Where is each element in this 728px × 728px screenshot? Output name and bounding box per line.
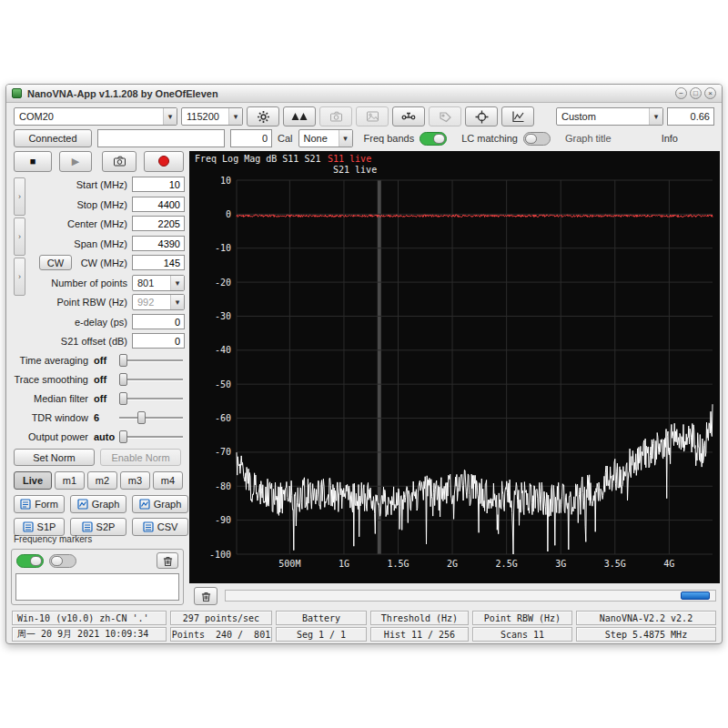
- svg-text:-60: -60: [215, 413, 231, 423]
- form-view-button[interactable]: Form: [14, 495, 65, 513]
- s21-offset-input[interactable]: [132, 333, 185, 349]
- tab-m2[interactable]: m2: [87, 471, 117, 490]
- s21-legend: S21 live: [333, 165, 377, 175]
- time-averaging-slider[interactable]: [119, 354, 183, 367]
- preset-combo[interactable]: Custom ▾: [556, 107, 663, 126]
- start-mhz-input[interactable]: [132, 177, 185, 192]
- cw-mhz-input[interactable]: [132, 255, 185, 270]
- span-mhz-input[interactable]: [132, 236, 185, 251]
- title-bar[interactable]: NanoVNA-App v1.1.208 by OneOfEleven − □ …: [6, 85, 722, 103]
- output-power-slider[interactable]: [119, 430, 183, 443]
- settings-button[interactable]: [247, 106, 279, 126]
- tdr-window-slider[interactable]: [119, 411, 183, 424]
- svg-text:1.5G: 1.5G: [387, 559, 409, 569]
- set-norm-button[interactable]: Set Norm: [14, 449, 95, 466]
- cw-button[interactable]: CW: [39, 255, 72, 270]
- marker-tool-button[interactable]: [429, 106, 461, 126]
- markers-track-toggle[interactable]: [49, 554, 76, 568]
- s11-legend: S11 live: [328, 154, 371, 164]
- lc-matching-toggle[interactable]: [523, 132, 551, 146]
- minimize-button[interactable]: −: [675, 87, 687, 99]
- status-threshold: Threshold (Hz): [370, 611, 469, 625]
- toggle-knob: [433, 134, 445, 144]
- tab-m4[interactable]: m4: [153, 471, 183, 490]
- run-button[interactable]: ▶: [59, 151, 92, 172]
- point-rbw-combo[interactable]: 992 ▾: [132, 294, 185, 310]
- chevron-down-icon: ▾: [170, 276, 184, 290]
- com-port-combo[interactable]: COM20 ▾: [14, 107, 177, 126]
- points-label: Number of points: [51, 278, 127, 288]
- svg-text:4G: 4G: [663, 559, 674, 569]
- screenshot-toolbar-button[interactable]: [319, 106, 352, 126]
- freq-bands-toggle[interactable]: [420, 132, 447, 146]
- slider-thumb[interactable]: [119, 373, 127, 386]
- crosshair-icon: [475, 110, 489, 124]
- screenshot-button[interactable]: [102, 151, 136, 172]
- status-bar: Win-10 (v10.0) zh-CN '.' 297 points/sec …: [12, 611, 716, 642]
- median-filter-slider[interactable]: [119, 392, 183, 405]
- chevron-down-icon: ▾: [163, 108, 177, 125]
- graph-icon: [139, 499, 150, 510]
- svg-text:-70: -70: [215, 447, 231, 457]
- save-s1p-button[interactable]: S1P: [14, 518, 65, 536]
- svg-text:1G: 1G: [339, 559, 349, 569]
- stop-mhz-input[interactable]: [132, 197, 185, 212]
- info-label: Info: [662, 133, 678, 144]
- cal-combo[interactable]: None ▾: [298, 129, 353, 147]
- window-title: NanoVNA-App v1.1.208 by OneOfEleven: [27, 88, 218, 99]
- output-power-label: Output power: [10, 431, 88, 442]
- cw-mhz-label: CW (MHz): [81, 258, 127, 268]
- freq-bands-label: Freq bands: [364, 133, 415, 144]
- save-csv-button[interactable]: CSV: [132, 518, 188, 536]
- baud-rate-combo[interactable]: 115200 ▾: [181, 107, 243, 126]
- markers-list[interactable]: [15, 573, 179, 601]
- clear-graph-button[interactable]: [194, 587, 217, 605]
- cal-offset-input[interactable]: [230, 129, 272, 147]
- svg-text:3.5G: 3.5G: [604, 559, 626, 569]
- address-input[interactable]: [97, 129, 225, 147]
- chevron-down-icon: ▾: [649, 108, 662, 125]
- tab-m1[interactable]: m1: [55, 471, 85, 490]
- matching-tool-button[interactable]: [392, 106, 425, 126]
- stop-button[interactable]: ■: [14, 151, 52, 172]
- record-button[interactable]: [144, 151, 184, 172]
- save-s2p-button[interactable]: S2P: [70, 518, 126, 536]
- slider-thumb[interactable]: [119, 354, 127, 367]
- maximize-button[interactable]: □: [690, 87, 702, 99]
- chart-scrollbar[interactable]: [225, 590, 716, 602]
- graph-view-button[interactable]: Graph: [70, 495, 126, 513]
- markers-delete-button[interactable]: [157, 552, 178, 569]
- enable-norm-button[interactable]: Enable Norm: [100, 449, 181, 466]
- slider-thumb[interactable]: [119, 392, 127, 405]
- output-power-value: auto: [94, 431, 119, 442]
- tab-live[interactable]: Live: [14, 471, 52, 490]
- time-averaging-label: Time averaging: [10, 355, 88, 366]
- chart-area[interactable]: 100-10-20-30-40-50-60-70-80-90-100500M1G…: [189, 151, 720, 583]
- chevron-down-icon: ▾: [339, 130, 352, 147]
- slider-thumb[interactable]: [137, 411, 146, 424]
- graph-title-field[interactable]: Graph title: [565, 133, 612, 144]
- image-save-button[interactable]: [356, 106, 389, 126]
- center-target-button[interactable]: [465, 106, 498, 126]
- close-button[interactable]: ×: [704, 87, 716, 99]
- stop-icon: ■: [30, 156, 36, 167]
- s-parameter-plot[interactable]: 100-10-20-30-40-50-60-70-80-90-100500M1G…: [189, 151, 720, 583]
- graph-copy-button[interactable]: Graph: [132, 495, 188, 513]
- center-mhz-input[interactable]: [132, 216, 185, 231]
- chevron-down-icon: ▾: [170, 295, 184, 309]
- tab-m3[interactable]: m3: [120, 471, 150, 490]
- scale-value-input[interactable]: [667, 107, 714, 126]
- slider-thumb[interactable]: [119, 430, 127, 443]
- play-icon: ▶: [72, 156, 79, 167]
- markers-enable-toggle[interactable]: [16, 554, 44, 568]
- sidebar: ■ ▶ › › › Start (MHz): [6, 148, 189, 607]
- trace-smoothing-slider[interactable]: [119, 373, 183, 386]
- point-rbw-label: Point RBW (Hz): [56, 297, 127, 308]
- points-combo[interactable]: 801 ▾: [132, 275, 185, 291]
- graph-mode-button[interactable]: [501, 106, 534, 126]
- connected-button[interactable]: Connected: [14, 129, 92, 147]
- sweep-up-button[interactable]: [283, 106, 316, 126]
- edelay-input[interactable]: [132, 314, 185, 329]
- scrollbar-handle[interactable]: [681, 592, 710, 600]
- center-mhz-label: Center (MHz): [67, 218, 127, 229]
